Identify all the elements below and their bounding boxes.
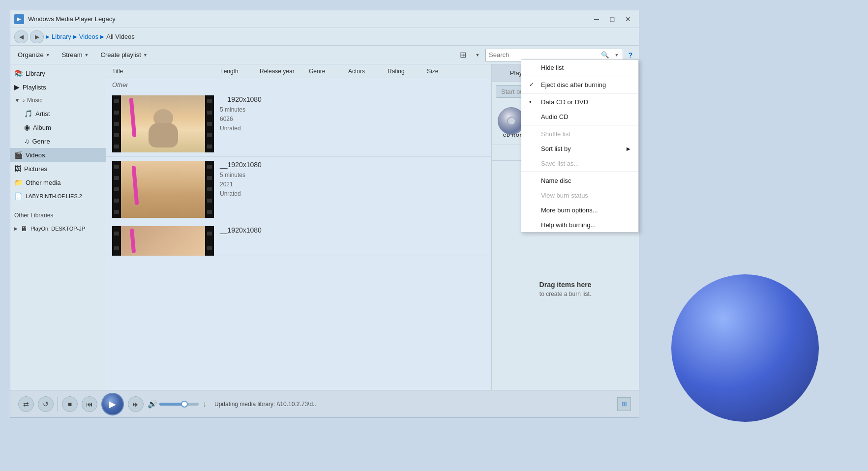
stream-button[interactable]: Stream ▼ (57, 48, 94, 62)
breadcrumb-library[interactable]: Library (52, 33, 71, 40)
pictures-label: Pictures (24, 165, 47, 173)
other-media-label: Other media (26, 179, 61, 186)
video-thumbnail (112, 161, 214, 218)
menu-separator (521, 93, 638, 93)
grid-toggle-button[interactable]: ⊞ (617, 397, 631, 411)
thumb-inner (121, 226, 205, 256)
menu-item-help-burning[interactable]: Help with burning... (521, 217, 638, 232)
search-input[interactable] (486, 51, 599, 59)
playon-label: PlayOn: DESKTOP-JP (30, 226, 85, 232)
sidebar-item-other-media[interactable]: 📁 Other media (10, 176, 106, 189)
sidebar-item-labyrinth[interactable]: 📄 LABYRINTH.OF.LIES.2 (10, 189, 106, 203)
col-header-release-year[interactable]: Release year (258, 68, 307, 75)
list-item[interactable]: __1920x1080 5 minutes 6026 Unrated (106, 91, 491, 157)
sidebar-item-library[interactable]: 📚 Library (10, 66, 106, 80)
window-controls: ─ □ ✕ (590, 13, 635, 25)
menu-item-sort-list[interactable]: Sort list by ▶ (521, 141, 638, 156)
menu-item-more-burn[interactable]: More burn options... (521, 203, 638, 217)
col-header-length[interactable]: Length (218, 68, 258, 75)
col-header-actors[interactable]: Actors (346, 68, 386, 75)
menu-item-eject-disc[interactable]: ✓ Eject disc after burning (521, 77, 638, 92)
film-hole (114, 122, 119, 126)
film-hole (114, 176, 119, 180)
pictures-icon: 🖼 (14, 165, 21, 173)
film-hole (114, 133, 119, 137)
stream-label: Stream (62, 51, 83, 59)
other-media-icon: 📁 (14, 178, 23, 186)
name-disc-label: Name disc (541, 177, 571, 184)
repeat-button[interactable]: ↺ (38, 396, 54, 412)
player-separator (58, 397, 58, 412)
film-hole (207, 111, 212, 115)
pink-object (132, 166, 139, 205)
prev-button[interactable]: ⏮ (82, 396, 97, 412)
film-strip-right (205, 95, 214, 152)
blue-orb-decoration (671, 274, 819, 422)
maximize-button[interactable]: □ (605, 13, 619, 25)
volume-fill (159, 403, 183, 406)
col-header-size[interactable]: Size (425, 68, 454, 75)
film-hole (114, 145, 119, 148)
library-icon: 📚 (14, 69, 23, 77)
close-button[interactable]: ✕ (621, 13, 635, 25)
film-hole (114, 199, 119, 203)
content-area: Title Length Release year Genre Actors R… (106, 64, 491, 417)
videos-label: Videos (26, 151, 45, 159)
drag-area-sub: to create a burn list. (539, 291, 591, 297)
next-button[interactable]: ⏭ (128, 396, 144, 412)
back-button[interactable]: ◀ (14, 30, 28, 43)
library-label: Library (26, 70, 45, 77)
list-item[interactable]: __1920x1080 5 minutes 2021 Unrated (106, 157, 491, 222)
other-libraries-header[interactable]: Other Libraries (10, 209, 106, 222)
menu-item-name-disc[interactable]: Name disc (521, 173, 638, 188)
forward-button[interactable]: ▶ (30, 30, 44, 43)
volume-slider[interactable] (159, 403, 199, 406)
audio-cd-label: Audio CD (541, 113, 569, 120)
sidebar-item-playlists[interactable]: ▶ Playlists (10, 80, 106, 94)
eject-disc-label: Eject disc after burning (541, 81, 606, 88)
film-hole (207, 145, 212, 148)
create-playlist-button[interactable]: Create playlist ▼ (95, 48, 153, 62)
cat-thumbnail (121, 161, 205, 218)
app-icon: ▶ (14, 14, 24, 24)
search-options-button[interactable]: ▼ (611, 49, 623, 61)
sidebar-music-header[interactable]: ▼ ♪ Music (10, 94, 106, 107)
video-rating: Unrated (220, 125, 241, 132)
player-bar: ⇄ ↺ ■ ⏮ ▶ ⏭ 🔊 ↓ Updating media library: … (10, 390, 639, 417)
breadcrumb-arrow: ▶ (46, 34, 50, 39)
sidebar-item-pictures[interactable]: 🖼 Pictures (10, 162, 106, 176)
organize-arrow: ▼ (46, 53, 50, 58)
menu-item-hide-list[interactable]: Hide list (521, 64, 638, 75)
sidebar-item-album[interactable]: ◉ Album (10, 120, 106, 134)
other-libraries-label: Other Libraries (14, 212, 53, 219)
genre-icon: ♫ (24, 137, 30, 145)
list-item[interactable]: __1920x1080 (106, 222, 491, 256)
labyrinth-icon: 📄 (14, 192, 23, 200)
col-header-rating[interactable]: Rating (386, 68, 425, 75)
film-strip-right (205, 226, 214, 256)
search-button[interactable]: 🔍 (599, 49, 611, 61)
sort-dropdown-button[interactable]: ▼ (471, 48, 484, 62)
stop-button[interactable]: ■ (62, 396, 78, 412)
col-header-genre[interactable]: Genre (307, 68, 346, 75)
window-title: Windows Media Player Legacy (28, 15, 590, 23)
organize-label: Organize (18, 51, 44, 59)
menu-item-data-cd[interactable]: • Data CD or DVD (521, 94, 638, 109)
minimize-button[interactable]: ─ (590, 13, 603, 25)
menu-item-audio-cd[interactable]: Audio CD (521, 109, 638, 124)
sidebar-item-genre[interactable]: ♫ Genre (10, 134, 106, 148)
sidebar-item-playon[interactable]: ▶ 🖥 PlayOn: DESKTOP-JP (10, 222, 106, 236)
breadcrumb-videos[interactable]: Videos (79, 33, 99, 40)
sort-list-label: Sort list by (541, 145, 571, 152)
play-button[interactable]: ▶ (101, 393, 124, 415)
col-header-title[interactable]: Title (110, 68, 218, 75)
video-title: __1920x1080 (220, 95, 485, 103)
sort-view-button[interactable]: ⊞ (456, 48, 470, 62)
cat-body (149, 123, 178, 147)
film-hole (207, 133, 212, 137)
shuffle-button[interactable]: ⇄ (18, 396, 34, 412)
sidebar-item-artist[interactable]: 🎵 Artist (10, 107, 106, 120)
organize-button[interactable]: Organize ▼ (12, 48, 56, 62)
sidebar-item-videos[interactable]: 🎬 Videos (10, 148, 106, 162)
pink-object (129, 98, 137, 137)
